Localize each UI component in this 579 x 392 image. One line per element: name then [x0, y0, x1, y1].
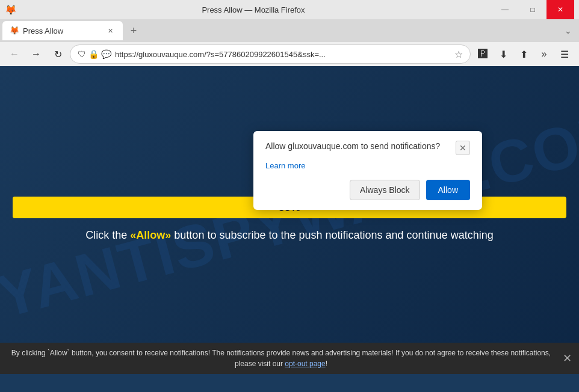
- maximize-button[interactable]: □: [519, 0, 546, 19]
- bottom-bar-suffix: !: [326, 360, 327, 368]
- popup-close-button[interactable]: ✕: [456, 141, 470, 155]
- tab-favicon: 🦊: [10, 26, 19, 35]
- tab-title: Press Allow: [23, 26, 101, 35]
- bottom-bar: By clicking `Allow` button, you consent …: [0, 343, 579, 374]
- browser-tab[interactable]: 🦊 Press Allow ✕: [2, 21, 123, 40]
- share-button[interactable]: ⬆: [514, 44, 533, 64]
- popup-title: Allow gluxouvauque.com to send notificat…: [265, 141, 456, 153]
- hamburger-menu-button[interactable]: ☰: [555, 44, 574, 64]
- opt-out-link[interactable]: opt-out page: [285, 360, 325, 368]
- close-button[interactable]: ✕: [546, 0, 574, 19]
- lock-icon: 🔒: [88, 49, 99, 59]
- window-controls: — □ ✕: [491, 0, 574, 19]
- security-icons: 🛡 🔒 💬: [78, 49, 111, 59]
- address-bar[interactable]: 🛡 🔒 💬 https://gluxouvauque.com/?s=577860…: [70, 44, 471, 64]
- firefox-icon: 🦊: [5, 4, 16, 15]
- reload-button[interactable]: ↻: [48, 44, 67, 64]
- forward-button[interactable]: →: [26, 44, 46, 64]
- back-button[interactable]: ←: [5, 44, 24, 64]
- bottom-bar-text: By clicking `Allow` button, you consent …: [7, 348, 555, 369]
- title-bar-left: 🦊: [5, 4, 16, 15]
- allow-highlight: «Allow»: [130, 229, 171, 241]
- shield-icon: 🛡: [78, 49, 86, 59]
- tab-close-button[interactable]: ✕: [105, 25, 116, 36]
- popup-buttons: Always Block Allow: [265, 180, 470, 200]
- bottom-bar-close-button[interactable]: ✕: [560, 351, 574, 366]
- nav-right-icons: 🅿 ⬇ ⬆ » ☰: [473, 44, 574, 64]
- allow-button[interactable]: Allow: [426, 180, 470, 200]
- extensions-button[interactable]: »: [534, 44, 554, 64]
- notification-popup: Allow gluxouvauque.com to send notificat…: [253, 131, 482, 210]
- minimize-button[interactable]: —: [491, 0, 519, 19]
- page-content: MYANTISPYWARE.COM Allow gluxouvauque.com…: [0, 66, 579, 374]
- address-text: https://gluxouvauque.com/?s=577860209922…: [115, 50, 451, 59]
- pocket-button[interactable]: 🅿: [473, 44, 492, 64]
- title-bar: 🦊 Press Allow — Mozilla Firefox — □ ✕: [0, 0, 579, 19]
- new-tab-button[interactable]: +: [125, 22, 142, 39]
- always-block-button[interactable]: Always Block: [350, 180, 420, 200]
- tab-bar: 🦊 Press Allow ✕ + ⌄: [0, 19, 579, 42]
- learn-more-link[interactable]: Learn more: [265, 161, 470, 170]
- tab-dropdown-button[interactable]: ⌄: [560, 22, 577, 39]
- window-title: Press Allow — Mozilla Firefox: [16, 5, 491, 14]
- bookmark-icon[interactable]: ☆: [454, 49, 463, 60]
- bottom-bar-prefix: By clicking `Allow` button, you consent …: [11, 349, 551, 368]
- popup-header: Allow gluxouvauque.com to send notificat…: [265, 141, 470, 155]
- page-instruction: Click the «Allow» button to subscribe to…: [85, 228, 493, 243]
- notification-icon: 💬: [101, 49, 111, 59]
- download-button[interactable]: ⬇: [494, 44, 513, 64]
- nav-bar: ← → ↻ 🛡 🔒 💬 https://gluxouvauque.com/?s=…: [0, 42, 579, 66]
- browser-chrome: 🦊 Press Allow — Mozilla Firefox — □ ✕ 🦊 …: [0, 0, 579, 66]
